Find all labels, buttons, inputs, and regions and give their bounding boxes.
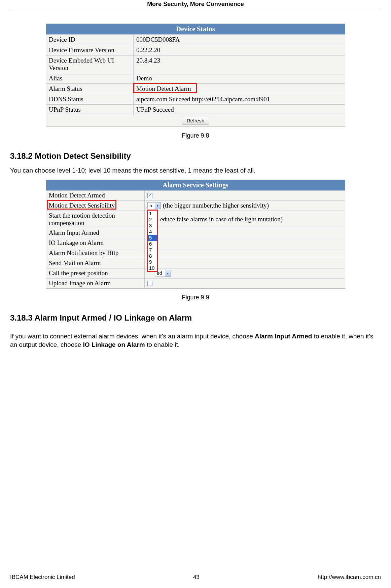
row-value: ✓ [145,191,345,200]
page-header: More Security, More Convenience [10,0,381,10]
figure-caption: Figure 9.9 [10,294,381,301]
table-row: IO Linkage on Alarm [46,238,345,248]
row-value: aipcam.com Succeed http://e0254.aipcam.c… [134,94,345,104]
row-value: 5 ▾ (the bigger number,the higher sensit… [145,201,345,211]
table-row: Call the preset position ed ▾ [46,268,345,278]
row-value: UPnP Succeed [134,104,345,115]
footer-left: IBCAM Electronic Limited [10,574,75,581]
footer-page-number: 43 [193,574,200,581]
table-row: Upload Image on Alarm ✓ [46,278,345,288]
table-row: Alarm Input Armed [46,228,345,238]
dropdown-option[interactable]: 1 [148,211,157,217]
row-label: Device Embeded Web UI Version [46,55,134,73]
row-label: Alarm Input Armed [46,228,145,238]
row-value: ed ▾ [145,268,345,278]
row-label: Alarm Status [46,83,134,94]
row-value: 000DC5D008FA [134,34,345,45]
device-status-figure: Device Status Device ID 000DC5D008FA Dev… [10,24,381,139]
row-label: Upload Image on Alarm [46,279,145,288]
row-value [145,248,345,258]
row-value [145,258,345,268]
checkbox-checked-icon[interactable]: ✓ [147,193,152,198]
footer-right: http://www.ibcam.com.cn [318,574,381,581]
dropdown-option[interactable]: 4 [148,229,157,235]
section-heading: 3.18.2 Motion Detect Sensibility [10,151,381,161]
device-status-table: Device Status Device ID 000DC5D008FA Dev… [46,24,345,127]
row-value [145,228,345,238]
select-value: 5 [148,203,155,208]
table-row: Send Mail on Alarm [46,258,345,268]
text-span: to enable it. [145,341,180,348]
row-value: 0.22.2.20 [134,45,345,55]
row-note: educe false alarms in case of the light … [147,216,283,223]
dropdown-option[interactable]: 7 [148,247,157,253]
bold-term: IO Linkage on Alarm [83,341,145,348]
sensibility-select[interactable]: 5 ▾ [147,202,161,209]
row-value: ✓ [145,279,345,288]
table-row: Motion Detect Armed ✓ [46,190,345,200]
dropdown-option-selected[interactable]: 5 [148,235,157,241]
refresh-button[interactable]: Refresh [182,117,210,124]
row-label: Send Mail on Alarm [46,258,145,268]
dropdown-option[interactable]: 6 [148,241,157,247]
body-text: You can choose level 1-10; level 10 mean… [10,166,381,175]
row-value: educe false alarms in case of the light … [145,211,345,228]
chevron-down-icon: ▾ [155,203,161,209]
table-row: Motion Detect Sensibility 5 ▾ (the bigge… [46,200,345,211]
table-row: Device Embeded Web UI Version 20.8.4.23 [46,55,345,73]
sensibility-dropdown-list[interactable]: 1 2 3 4 5 6 7 8 9 10 [147,210,158,272]
table-row: Alarm Notification by Http [46,248,345,258]
row-value [145,238,345,248]
table-row: Start the motion detection compensation … [46,211,345,228]
row-value: Demo [134,73,345,83]
row-value: 20.8.4.23 [134,55,345,73]
chevron-down-icon: ▾ [165,270,171,277]
dropdown-option[interactable]: 8 [148,253,157,259]
text-span: If you want to connect external alarm de… [10,333,255,340]
row-label: Start the motion detection compensation [46,211,145,228]
table-row: Device Firmware Version 0.22.2.20 [46,45,345,55]
alarm-settings-title: Alarm Service Settings [46,180,345,190]
bold-term: Alarm Input Armed [255,333,312,340]
page-footer: IBCAM Electronic Limited 43 http://www.i… [10,574,381,581]
alarm-settings-table: Alarm Service Settings Motion Detect Arm… [46,180,345,289]
refresh-row: Refresh [46,115,345,126]
dropdown-option[interactable]: 3 [148,223,157,229]
section-heading: 3.18.3 Alarm Input Armed / IO Linkage on… [10,313,381,323]
table-row: Alias Demo [46,73,345,83]
row-label: Device Firmware Version [46,45,134,55]
dropdown-option[interactable]: 9 [148,259,157,265]
row-value: Motion Detect Alarm [134,83,345,94]
dropdown-option[interactable]: 2 [148,217,157,223]
device-status-title: Device Status [46,24,345,34]
figure-caption: Figure 9.8 [10,132,381,139]
row-label: Motion Detect Sensibility [46,201,145,211]
alarm-status-value: Motion Detect Alarm [136,85,191,92]
row-label: IO Linkage on Alarm [46,238,145,248]
table-row: DDNS Status aipcam.com Succeed http://e0… [46,94,345,104]
row-note: (the bigger number,the higher sensitivit… [163,202,269,209]
checkbox-empty-icon[interactable]: ✓ [147,281,152,286]
row-label: Alias [46,73,134,83]
table-row: UPnP Status UPnP Succeed [46,104,345,115]
row-label: Device ID [46,34,134,45]
dropdown-option[interactable]: 10 [148,265,157,271]
alarm-settings-figure: Alarm Service Settings Motion Detect Arm… [10,180,381,301]
table-row: Device ID 000DC5D008FA [46,34,345,45]
row-label: Alarm Notification by Http [46,248,145,258]
row-label: Motion Detect Armed [46,191,145,200]
body-text: If you want to connect external alarm de… [10,332,381,349]
row-label: UPnP Status [46,104,134,115]
table-row: Alarm Status Motion Detect Alarm [46,83,345,94]
row-label: DDNS Status [46,94,134,104]
row-label: Call the preset position [46,268,145,278]
